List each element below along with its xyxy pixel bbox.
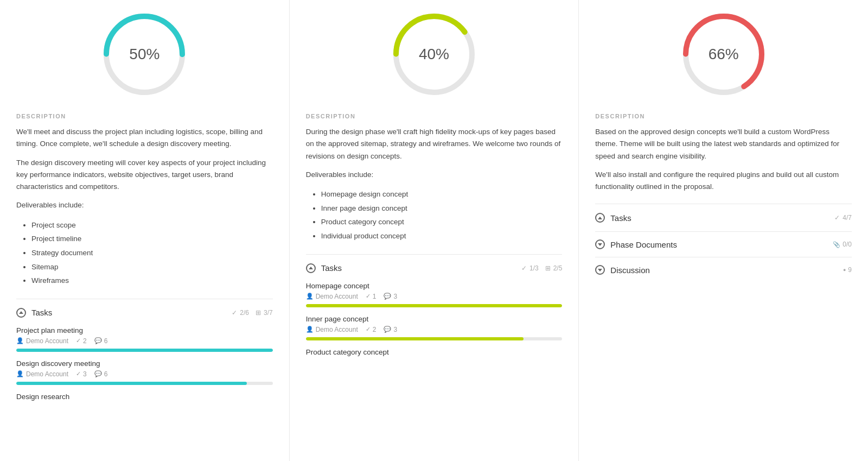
description-paragraph: The design discovery meeting will cover … — [16, 157, 273, 193]
task-name: Product category concept — [306, 348, 563, 356]
tasks-toggle-icon[interactable] — [16, 308, 26, 318]
tasks-header-left: Tasks — [595, 213, 631, 223]
discussion-meta: ● 9 — [843, 266, 852, 274]
deliverable-item: Sitemap — [31, 260, 273, 274]
discussion-left: Discussion — [595, 265, 650, 275]
task-name: Inner page concept — [306, 315, 563, 323]
comment-icon: 💬 — [94, 337, 102, 344]
task-name: Project plan meeting — [16, 326, 273, 334]
description-paragraph: Deliverables include: — [306, 169, 563, 181]
description-paragraph: Deliverables include: — [16, 199, 273, 211]
deliverable-item: Inner page design concept — [321, 201, 563, 216]
discussion-toggle-icon[interactable] — [595, 265, 605, 275]
column-3: 66%DESCRIPTIONBased on the approved desi… — [579, 0, 868, 461]
deliverable-item: Product category concept — [321, 215, 563, 229]
deliverable-item: Project scope — [31, 218, 273, 232]
tasks-header-left: Tasks — [306, 263, 342, 273]
task-info: 👤 Demo Account✓ 1💬 3 — [306, 293, 563, 300]
description-paragraph: Based on the approved design concepts we… — [595, 126, 852, 162]
main-columns: 50%DESCRIPTIONWe'll meet and discuss the… — [0, 0, 868, 461]
task-checks: ✓ 3 — [76, 370, 87, 378]
task-item[interactable]: Homepage concept👤 Demo Account✓ 1💬 3 — [306, 282, 563, 307]
phase-docs-section[interactable]: Phase Documents📎 0/0 — [595, 231, 852, 257]
discussion-section[interactable]: Discussion● 9 — [595, 257, 852, 282]
task-name: Design discovery meeting — [16, 359, 273, 368]
task-name: Homepage concept — [306, 282, 563, 290]
tasks-title: Tasks — [31, 308, 52, 317]
task-checks: ✓ 2 — [366, 326, 376, 333]
task-item[interactable]: Product category concept — [306, 348, 563, 356]
task-item[interactable]: Inner page concept👤 Demo Account✓ 2💬 3 — [306, 315, 563, 340]
comment-icon: 💬 — [384, 326, 391, 333]
task-info: 👤 Demo Account✓ 2💬 6 — [16, 337, 273, 345]
phase-docs-title: Phase Documents — [610, 240, 677, 249]
task-progress-bar — [306, 337, 563, 340]
task-comments: 💬 3 — [384, 293, 397, 300]
deliverable-item: Wireframes — [31, 274, 273, 288]
task-comments: 💬 6 — [94, 337, 108, 345]
grid-icon: ⊞ — [256, 309, 261, 317]
bubble-icon: ● — [843, 267, 846, 273]
donut-percent-label: 50% — [129, 46, 159, 63]
description-paragraph: We'll also install and configure the req… — [595, 169, 852, 193]
phase-docs-left: Phase Documents — [595, 239, 677, 249]
description-paragraph: We'll meet and discuss the project plan … — [16, 126, 273, 150]
person-icon: 👤 — [306, 293, 314, 300]
grid-icon: ⊞ — [545, 264, 551, 272]
task-comments: 💬 6 — [94, 370, 108, 378]
description-label: DESCRIPTION — [595, 113, 852, 119]
chart-area: 66% — [595, 0, 852, 103]
task-comments: 💬 3 — [384, 326, 397, 333]
task-item[interactable]: Design research — [16, 393, 273, 401]
person-icon: 👤 — [16, 370, 24, 377]
task-progress-fill — [306, 304, 563, 307]
person-icon: 👤 — [16, 337, 24, 344]
tasks-count: ✓ 4/7 — [834, 214, 852, 222]
tasks-toggle-icon[interactable] — [306, 263, 316, 273]
tasks-files: ⊞ 2/5 — [545, 264, 563, 272]
chart-area: 50% — [16, 0, 273, 103]
deliverable-item: Strategy document — [31, 246, 273, 260]
task-checks: ✓ 1 — [366, 293, 376, 300]
comment-icon: 💬 — [94, 370, 102, 377]
donut-percent-label: 66% — [709, 46, 739, 63]
donut-chart: 50% — [101, 11, 188, 98]
check-icon: ✓ — [76, 337, 81, 344]
tasks-toggle-icon[interactable] — [595, 213, 605, 223]
task-progress-bar — [16, 382, 273, 385]
task-assignee: 👤 Demo Account — [16, 337, 68, 345]
description-label: DESCRIPTION — [306, 113, 563, 119]
phase-docs-meta: 📎 0/0 — [833, 241, 852, 248]
phase-docs-toggle-icon[interactable] — [595, 239, 605, 249]
task-item[interactable]: Design discovery meeting👤 Demo Account✓ … — [16, 359, 273, 385]
discussion-title: Discussion — [610, 266, 650, 275]
task-item[interactable]: Project plan meeting👤 Demo Account✓ 2💬 6 — [16, 326, 273, 352]
check-icon: ✓ — [366, 326, 371, 333]
check-icon: ✓ — [232, 309, 237, 317]
task-name: Design research — [16, 393, 273, 401]
task-progress-fill — [16, 349, 273, 352]
check-icon: ✓ — [521, 264, 527, 272]
column-1: 50%DESCRIPTIONWe'll meet and discuss the… — [0, 0, 290, 461]
column-2: 40%DESCRIPTIONDuring the design phase we… — [290, 0, 579, 461]
tasks-header[interactable]: Tasks✓ 2/6⊞ 3/7 — [16, 299, 273, 318]
comment-icon: 💬 — [384, 293, 391, 300]
description-paragraph: During the design phase we'll craft high… — [306, 126, 563, 162]
person-icon: 👤 — [306, 326, 314, 333]
task-progress-fill — [306, 337, 524, 340]
tasks-files: ⊞ 3/7 — [256, 309, 273, 317]
task-assignee: 👤 Demo Account — [16, 370, 68, 378]
deliverables-list: Project scopeProject timelineStrategy do… — [16, 218, 273, 288]
tasks-title: Tasks — [610, 213, 631, 223]
deliverable-item: Individual product concept — [321, 229, 563, 243]
check-icon: ✓ — [366, 293, 371, 300]
tasks-header[interactable]: Tasks✓ 4/7 — [595, 204, 852, 223]
task-info: 👤 Demo Account✓ 3💬 6 — [16, 370, 273, 378]
donut-chart: 40% — [391, 11, 477, 98]
tasks-count: ✓ 1/3 — [521, 264, 539, 272]
task-info: 👤 Demo Account✓ 2💬 3 — [306, 326, 563, 333]
donut-percent-label: 40% — [419, 46, 449, 63]
chart-area: 40% — [306, 0, 563, 103]
tasks-header[interactable]: Tasks✓ 1/3⊞ 2/5 — [306, 254, 563, 273]
deliverables-list: Homepage design conceptInner page design… — [306, 187, 563, 243]
